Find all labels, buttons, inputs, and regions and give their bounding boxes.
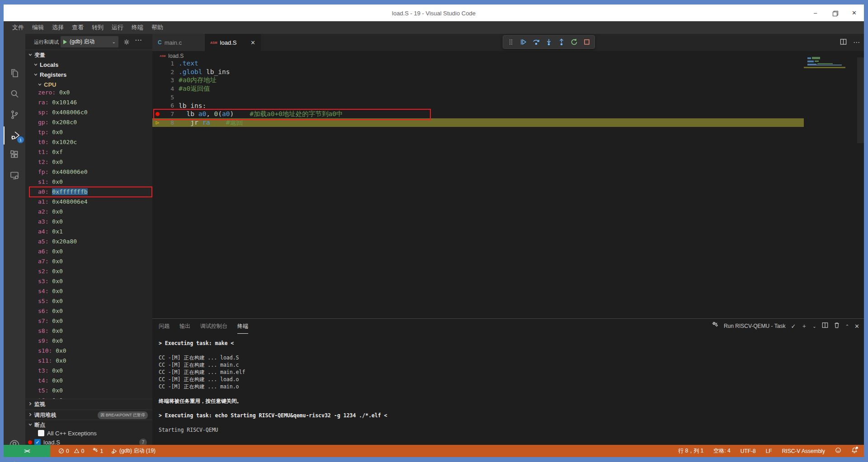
remote-explorer-icon[interactable] [4, 166, 25, 184]
launch-config-dropdown[interactable]: (gdb) 启动 ⌄ [61, 36, 118, 47]
register-row[interactable]: a1: 0x408006e4 [25, 197, 152, 207]
feedback-smiley-icon[interactable] [835, 447, 841, 455]
menu-item[interactable]: 编辑 [28, 21, 48, 34]
code-line[interactable]: 1.text [152, 59, 864, 68]
current-line-arrow-icon[interactable]: ▷ [152, 119, 162, 126]
tab-main-c[interactable]: C main.c [152, 34, 205, 51]
run-debug-icon[interactable]: 1 [4, 126, 26, 145]
sidebar-more-actions[interactable]: ⋯ [135, 36, 142, 44]
new-terminal-icon[interactable]: ＋ [801, 322, 807, 330]
code-line[interactable]: 5 [152, 93, 864, 102]
indentation-status[interactable]: 空格: 4 [713, 447, 730, 455]
step-into-button[interactable] [544, 37, 554, 47]
step-over-button[interactable] [531, 37, 541, 47]
cursor-position-status[interactable]: 行 8，列 1 [678, 447, 703, 455]
checkbox-unchecked[interactable] [38, 430, 44, 436]
menu-item[interactable]: 选择 [48, 21, 68, 34]
code-line[interactable]: ▷8 jr ra #返回 [152, 118, 804, 127]
close-button[interactable]: ✕ [844, 5, 864, 21]
code-line[interactable]: 3#a0内存地址 [152, 76, 864, 84]
toolbar-drag-handle[interactable] [506, 37, 516, 47]
register-row[interactable]: s11: 0x0 [25, 356, 152, 366]
code-line[interactable]: 2.globl lb_ins [152, 68, 864, 76]
breakpoint-item-exceptions[interactable]: All C++ Exceptions [25, 428, 152, 438]
menu-item[interactable]: 文件 [8, 21, 28, 34]
encoding-status[interactable]: UTF-8 [741, 448, 756, 454]
register-row[interactable]: s2: 0x0 [25, 266, 152, 276]
debug-session-status[interactable]: (gdb) 启动 (19) [111, 447, 156, 455]
register-row[interactable]: t6: 0x0 [25, 396, 152, 399]
stop-button[interactable] [582, 37, 592, 47]
notifications-bell-icon[interactable] [851, 447, 858, 455]
breakpoint-item-loads[interactable]: ✓ load.S 7 [25, 437, 152, 445]
menu-item[interactable]: 转到 [88, 21, 108, 34]
register-row[interactable]: t3: 0x0 [25, 366, 152, 376]
breakpoint-gutter-icon[interactable] [152, 112, 162, 116]
register-row[interactable]: fp: 0x408006e0 [25, 167, 152, 177]
start-debug-icon[interactable] [63, 40, 67, 44]
register-row[interactable]: s8: 0x0 [25, 326, 152, 336]
panel-tab[interactable]: 输出 [179, 319, 190, 333]
source-control-icon[interactable] [4, 106, 25, 124]
search-icon[interactable] [4, 85, 25, 103]
tree-item-registers[interactable]: Registers [25, 70, 152, 79]
code-line[interactable]: 4#a0返回值 [152, 84, 864, 93]
menu-item[interactable]: 终端 [127, 21, 147, 34]
close-panel-icon[interactable]: ✕ [854, 323, 859, 330]
tree-item-locals[interactable]: Locals [25, 60, 152, 70]
register-row[interactable]: ra: 0x10146 [25, 98, 152, 107]
register-row[interactable]: a5: 0x20a80 [25, 237, 152, 247]
remote-indicator[interactable]: >< [4, 445, 50, 457]
register-row[interactable]: gp: 0x208c0 [25, 117, 152, 127]
register-row[interactable]: s10: 0x0 [25, 346, 152, 356]
panel-tab[interactable]: 问题 [159, 319, 170, 333]
panel-tab[interactable]: 调试控制台 [200, 319, 227, 333]
register-row[interactable]: s7: 0x0 [25, 316, 152, 326]
register-row[interactable]: s1: 0x0 [25, 177, 152, 187]
register-row[interactable]: t2: 0x0 [25, 157, 152, 167]
terminal-task-label[interactable]: Run RISCV-QEMU - Task [724, 323, 785, 329]
register-row[interactable]: t0: 0x1020c [25, 137, 152, 147]
register-row[interactable]: zero: 0x0 [25, 88, 152, 98]
register-row[interactable]: t1: 0xf [25, 147, 152, 157]
register-row[interactable]: t5: 0x0 [25, 386, 152, 396]
checkbox-checked[interactable]: ✓ [34, 439, 41, 445]
register-row[interactable]: t4: 0x0 [25, 376, 152, 386]
step-out-button[interactable] [557, 37, 566, 47]
maximize-panel-icon[interactable]: ⌃ [845, 324, 849, 329]
panel-tab[interactable]: 终端 [237, 319, 248, 334]
code-line[interactable]: 7 lb a0, 0(a0) #加载a0+0地址处的字节到a0中 [152, 110, 864, 118]
register-row[interactable]: s3: 0x0 [25, 276, 152, 286]
variables-section-header[interactable]: 变量 [25, 50, 152, 60]
eol-status[interactable]: LF [766, 448, 772, 454]
extensions-icon[interactable] [4, 145, 25, 163]
register-row[interactable]: s5: 0x0 [25, 296, 152, 306]
problems-status[interactable]: 0 0 [58, 448, 84, 454]
restore-button[interactable] [825, 5, 844, 21]
register-row[interactable]: tp: 0x0 [25, 127, 152, 137]
close-tab-icon[interactable]: ✕ [250, 39, 255, 46]
register-row[interactable]: sp: 0x408006c0 [25, 107, 152, 117]
register-row[interactable]: s6: 0x0 [25, 306, 152, 316]
continue-button[interactable] [519, 37, 528, 47]
watch-section-header[interactable]: 监视 [25, 399, 152, 409]
register-row[interactable]: a3: 0x0 [25, 217, 152, 227]
kill-terminal-icon[interactable] [834, 322, 840, 330]
editor-more-actions-icon[interactable]: ⋯ [853, 38, 860, 47]
register-row[interactable]: a7: 0x0 [25, 257, 152, 266]
code-line[interactable]: 6lb_ins: [152, 101, 864, 110]
menu-item[interactable]: 查看 [68, 21, 88, 34]
register-row[interactable]: s9: 0x0 [25, 336, 152, 346]
tab-load-s[interactable]: ASM load.S ✕ [205, 34, 261, 51]
register-row[interactable]: a2: 0x0 [25, 207, 152, 217]
menu-item[interactable]: 运行 [108, 21, 127, 34]
register-row[interactable]: s4: 0x0 [25, 286, 152, 296]
register-row[interactable]: a6: 0x0 [25, 247, 152, 257]
explorer-icon[interactable] [4, 64, 25, 82]
running-tasks-status[interactable]: 1 [92, 448, 103, 454]
restart-button[interactable] [569, 37, 579, 47]
register-row[interactable]: a0: 0xfffffffb [25, 187, 152, 197]
editor-scrollbar[interactable] [857, 57, 864, 143]
call-stack-section-header[interactable]: 调用堆栈 因 BREAKPOINT 已暂停 [25, 410, 152, 420]
split-terminal-icon[interactable] [822, 322, 828, 330]
